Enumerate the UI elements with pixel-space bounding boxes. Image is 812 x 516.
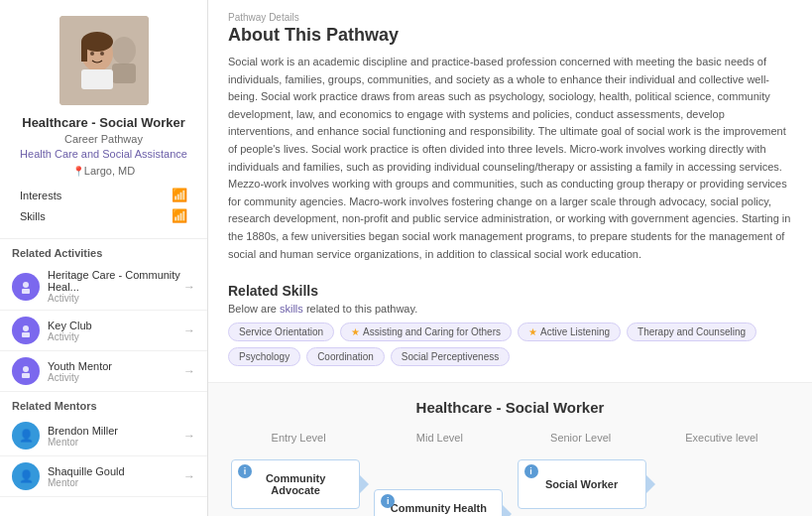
level-header-exec: Executive level: [655, 432, 788, 444]
related-skills-title: Related Skills: [208, 275, 812, 303]
mentor-icon-brendon: 👤: [12, 422, 40, 450]
activity-icon-youth: [12, 357, 40, 385]
skills-icon: 📶: [172, 208, 187, 223]
activity-item-youth[interactable]: Youth Mentor Activity →: [0, 351, 207, 392]
activity-arrow-keyclub: →: [183, 323, 195, 337]
skill-tag-listening[interactable]: ★ Active Listening: [518, 322, 621, 341]
skill-tag-service[interactable]: Service Orientation: [228, 322, 334, 341]
svg-point-7: [90, 52, 94, 56]
activity-name-youth: Youth Mentor: [48, 360, 183, 372]
svg-point-1: [112, 37, 136, 64]
level-header-senior: Senior Level: [515, 432, 647, 444]
profile-pathway-label: Career Pathway: [64, 133, 143, 145]
pathway-title: About This Pathway: [208, 25, 812, 54]
activity-icon-keyclub: [12, 317, 40, 344]
skill-tag-assisting-label: Assisting and Caring for Others: [363, 326, 501, 337]
profile-name: Healthcare - Social Worker: [22, 115, 185, 130]
activity-text-heritage: Heritage Care - Community Heal... Activi…: [48, 269, 183, 304]
career-section: Healthcare - Social Worker Entry Level M…: [208, 382, 812, 516]
svg-point-13: [23, 366, 29, 372]
skill-tag-social-label: Social Perceptiveness: [402, 351, 499, 362]
pathway-description: Social work is an academic discipline an…: [208, 54, 812, 275]
career-card-social-worker[interactable]: i Social Worker: [518, 459, 646, 509]
svg-rect-5: [81, 42, 87, 62]
skills-subtitle: Below are skills related to this pathway…: [208, 303, 812, 322]
skill-tag-social[interactable]: Social Perceptiveness: [391, 347, 510, 366]
right-panel: Pathway Details About This Pathway Socia…: [208, 0, 812, 516]
svg-rect-10: [22, 289, 30, 294]
skill-tag-coordination[interactable]: Coordination: [306, 347, 385, 366]
activity-type-heritage: Activity: [48, 293, 183, 304]
related-activities-title: Related Activities: [0, 239, 207, 263]
left-panel: Healthcare - Social Worker Career Pathwa…: [0, 0, 208, 516]
mentor-text-shaquille: Shaquille Gould Mentor: [48, 465, 183, 488]
profile-section: Healthcare - Social Worker Career Pathwa…: [0, 0, 207, 239]
activity-type-keyclub: Activity: [48, 331, 183, 342]
svg-rect-14: [22, 373, 30, 378]
svg-rect-12: [22, 332, 30, 337]
mentor-role-shaquille: Mentor: [48, 477, 183, 488]
level-header-mid: Mid Level: [373, 432, 506, 444]
mentor-role-brendon: Mentor: [48, 437, 183, 448]
skill-tag-therapy[interactable]: Therapy and Counseling: [627, 322, 756, 341]
skill-tag-therapy-label: Therapy and Counseling: [638, 326, 746, 337]
activity-item-keyclub[interactable]: Key Club Activity →: [0, 311, 207, 351]
mentor-item-shaquille[interactable]: 👤 Shaquille Gould Mentor →: [0, 456, 207, 497]
info-dot-social-worker: i: [524, 464, 538, 478]
mentor-icon-shaquille: 👤: [12, 462, 40, 490]
mentor-name-shaquille: Shaquille Gould: [48, 465, 183, 477]
interests-icon: 📶: [172, 188, 187, 202]
career-card-community-health[interactable]: i Community Health Worker: [374, 489, 503, 516]
career-card-community-advocate[interactable]: i Community Advocate: [231, 459, 360, 509]
activity-type-youth: Activity: [48, 372, 183, 383]
activity-name-keyclub: Key Club: [48, 320, 183, 331]
skill-tag-assisting[interactable]: ★ Assisting and Caring for Others: [340, 322, 512, 341]
career-title: Healthcare - Social Worker: [228, 399, 792, 416]
star-icon-assisting: ★: [351, 326, 360, 337]
related-mentors-title: Related Mentors: [0, 392, 207, 416]
career-card-advocate-label: Community Advocate: [244, 472, 347, 496]
skills-tags: Service Orientation ★ Assisting and Cari…: [208, 322, 812, 382]
svg-point-11: [23, 325, 29, 331]
svg-rect-2: [112, 64, 136, 83]
activity-arrow-youth: →: [183, 364, 195, 378]
profile-location: Largo, MD: [72, 165, 135, 177]
interests-row[interactable]: Interests 📶: [12, 185, 195, 205]
skill-tag-psychology-label: Psychology: [239, 351, 290, 362]
mentor-name-brendon: Brendon Miller: [48, 425, 183, 437]
career-column-senior: i Social Worker i Counselor: [515, 459, 649, 516]
skill-tag-service-label: Service Orientation: [239, 326, 323, 337]
mentor-text-brendon: Brendon Miller Mentor: [48, 425, 183, 448]
career-card-social-worker-label: Social Worker: [545, 478, 618, 490]
svg-rect-6: [81, 69, 113, 89]
profile-meta: Interests 📶 Skills 📶: [12, 185, 195, 226]
mentor-arrow-shaquille: →: [183, 469, 195, 483]
level-header-row: Entry Level Mid Level Senior Level Execu…: [228, 432, 792, 452]
skill-tag-psychology[interactable]: Psychology: [228, 347, 300, 366]
star-icon-listening: ★: [528, 326, 537, 337]
activity-text-youth: Youth Mentor Activity: [48, 360, 183, 383]
mentor-item-brendon[interactable]: 👤 Brendon Miller Mentor →: [0, 416, 207, 456]
interests-label: Interests: [20, 190, 61, 201]
pathway-details-label: Pathway Details: [208, 0, 812, 25]
activity-arrow-heritage: →: [183, 280, 195, 294]
career-column-mid: i Community Health Worker: [371, 459, 506, 516]
career-column-entry: i Community Advocate i Community Outreac…: [228, 459, 363, 516]
skills-word: skills: [280, 303, 303, 315]
svg-point-8: [100, 52, 104, 56]
activity-item-heritage[interactable]: Heritage Care - Community Heal... Activi…: [0, 263, 207, 311]
mentor-arrow-brendon: →: [183, 429, 195, 443]
skills-label: Skills: [20, 210, 46, 222]
svg-point-9: [23, 282, 29, 288]
avatar: [59, 16, 149, 105]
activity-icon-heritage: [12, 273, 40, 301]
career-card-health-label: Community Health Worker: [387, 502, 490, 516]
career-grid: i Community Advocate i Community Outreac…: [228, 459, 792, 516]
skill-tag-listening-label: Active Listening: [540, 326, 610, 337]
skill-tag-coordination-label: Coordination: [317, 351, 374, 362]
level-header-entry: Entry Level: [232, 432, 365, 444]
skills-row[interactable]: Skills 📶: [12, 205, 195, 226]
activity-text-keyclub: Key Club Activity: [48, 320, 183, 342]
profile-category: Health Care and Social Assistance: [20, 148, 187, 160]
activity-name-heritage: Heritage Care - Community Heal...: [48, 269, 183, 293]
